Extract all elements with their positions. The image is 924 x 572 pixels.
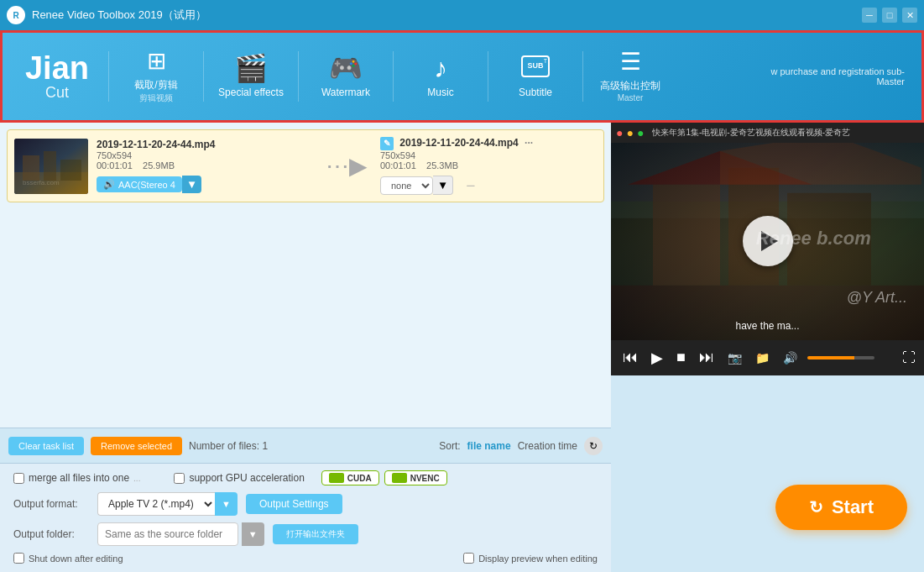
jian-label: Jian: [25, 52, 89, 84]
app-title: Renee Video Toolbox 2019（试用）: [32, 8, 862, 23]
preview-watermark: @Y Art...: [847, 289, 907, 307]
merge-checkbox[interactable]: [13, 473, 24, 484]
clear-task-button[interactable]: Clear task list: [8, 437, 84, 455]
output-folder-row: Output folder: ▼ 打开输出文件夹: [13, 522, 598, 546]
file-thumbnail[interactable]: bsserfa.com: [14, 139, 88, 194]
svg-text:SUB: SUB: [527, 61, 544, 70]
stop-button[interactable]: ■: [673, 345, 689, 370]
gpu-checkbox[interactable]: [174, 473, 185, 484]
preview-title: 快来年第1集-电视剧-爱奇艺视频在线观看视频-爱奇艺: [652, 127, 850, 139]
toolbar-item-special-effects[interactable]: 🎬 Special effects: [209, 39, 293, 114]
more-icon[interactable]: ···: [525, 137, 533, 149]
format-label: Output format:: [13, 498, 89, 510]
gpu-check-wrapper: support GPU acceleration: [174, 472, 304, 484]
preview-subtitle: have the ma...: [735, 320, 799, 332]
audio-row: 🔊 AAC(Stereo 4 ▼: [97, 176, 313, 193]
cuda-badge: CUDA: [321, 470, 379, 485]
volume-slider[interactable]: [807, 356, 874, 359]
preview-titlebar: ● ● ● 快来年第1集-电视剧-爱奇艺视频在线观看视频-爱奇艺: [611, 123, 924, 143]
toolbar-separator-6: [582, 51, 583, 102]
minimize-button[interactable]: ─: [862, 8, 877, 23]
shutdown-checkbox[interactable]: [13, 553, 24, 564]
left-panel: bsserfa.com 2019-12: [0, 123, 611, 572]
preview-text: Display preview when editing: [478, 554, 598, 564]
watermark-label: Watermark: [321, 87, 370, 98]
play-button[interactable]: ▶: [648, 345, 666, 370]
toolbar-item-cut[interactable]: Jian Cut: [11, 39, 103, 114]
merge-extra: ...: [133, 474, 140, 483]
merge-label: 截取/剪辑: [134, 78, 177, 92]
start-button[interactable]: ↻ Start: [775, 485, 907, 530]
toolbar-item-advanced[interactable]: ☰ 高级输出控制 Master: [588, 39, 672, 114]
start-label: Start: [832, 496, 874, 518]
format-select-caret[interactable]: ▼: [215, 492, 238, 516]
sort-filename-option[interactable]: file name: [467, 440, 511, 452]
source-resolution: 750x594: [97, 150, 313, 160]
file-row: bsserfa.com 2019-12: [7, 129, 604, 202]
preview-video[interactable]: @Y Art... Renee b.com have the ma...: [611, 143, 924, 340]
output-dash: ─: [467, 179, 474, 192]
output-duration-size: 00:01:01 25.3MB: [380, 160, 597, 171]
output-settings-button[interactable]: Output Settings: [246, 494, 342, 514]
preview-close-btn[interactable]: ●: [616, 126, 623, 139]
preview-min-btn[interactable]: ●: [626, 126, 633, 139]
open-folder-button[interactable]: 打开输出文件夹: [273, 524, 358, 544]
prev-button[interactable]: ⏮: [619, 345, 641, 370]
toolbar-item-watermark[interactable]: 🎮 Watermark: [304, 39, 388, 114]
merge-check-text: merge all files into one: [29, 472, 129, 484]
screenshot-button[interactable]: 📷: [724, 348, 745, 368]
toolbar-separator-4: [393, 51, 394, 102]
volume-button[interactable]: 🔊: [780, 348, 801, 368]
audio-select[interactable]: 🔊 AAC(Stereo 4: [97, 176, 182, 192]
folder-button[interactable]: 📁: [752, 348, 773, 368]
advanced-icon: ☰: [620, 50, 641, 74]
sort-refresh-button[interactable]: ↻: [584, 437, 603, 455]
audio-select-wrapper[interactable]: 🔊 AAC(Stereo 4 ▼: [97, 176, 201, 193]
output-format-row: Output format: Apple TV 2 (*.mp4) ▼ Outp…: [13, 492, 598, 516]
output-duration: 00:01:01: [380, 160, 416, 171]
merge-icon: ⊞: [147, 50, 166, 73]
source-filename: 2019-12-11-20-24-44.mp4: [97, 139, 313, 150]
subtitle-select-wrapper[interactable]: none ▼: [380, 176, 453, 195]
watermark-icon: 🎮: [329, 55, 363, 81]
remove-selected-button[interactable]: Remove selected: [91, 437, 182, 455]
merge-check-label[interactable]: merge all files into one ...: [13, 472, 140, 484]
output-file-info: ✎ 2019-12-11-20-24-44.mp4 ··· 750x594 00…: [380, 137, 597, 195]
subtitle-select[interactable]: none: [380, 176, 433, 195]
toolbar-separator-5: [488, 51, 488, 102]
content-area: bsserfa.com 2019-12: [0, 123, 924, 572]
gpu-badges: CUDA NVENC: [321, 470, 447, 485]
music-label: Music: [427, 87, 453, 98]
toolbar-item-subtitle[interactable]: SUB T Subtitle: [493, 39, 577, 114]
next-button[interactable]: ⏭: [696, 345, 718, 370]
preview-play-button[interactable]: [743, 216, 793, 266]
close-button[interactable]: ✕: [902, 8, 917, 23]
start-area: ↻ Start: [611, 375, 924, 573]
format-select[interactable]: Apple TV 2 (*.mp4): [97, 492, 215, 516]
music-icon: ♪: [434, 55, 447, 81]
toolbar-item-music[interactable]: ♪ Music: [399, 39, 483, 114]
special-effects-label: Special effects: [218, 87, 284, 98]
preview-checkbox[interactable]: [463, 553, 474, 564]
toolbar-item-merge[interactable]: ⊞ 截取/剪辑 剪辑视频: [114, 39, 198, 114]
folder-caret[interactable]: ▼: [242, 522, 264, 546]
fullscreen-button[interactable]: ⛶: [902, 350, 916, 365]
preview-max-btn[interactable]: ●: [637, 126, 644, 139]
thumbnail-bg: bsserfa.com: [14, 139, 88, 194]
edit-icon[interactable]: ✎: [380, 137, 394, 150]
middle-row: bsserfa.com 2019-12: [0, 123, 924, 572]
output-filename: ✎ 2019-12-11-20-24-44.mp4 ···: [380, 137, 597, 150]
source-size: 25.9MB: [143, 160, 175, 171]
refresh-icon: ↻: [809, 497, 823, 517]
folder-label: Output folder:: [13, 528, 89, 540]
subtitle-caret[interactable]: ▼: [433, 176, 453, 195]
output-resolution: 750x594: [380, 150, 597, 160]
preview-check-label[interactable]: Display preview when editing: [463, 553, 598, 564]
maximize-button[interactable]: □: [882, 8, 897, 23]
folder-input[interactable]: [97, 522, 238, 546]
sort-creation-option[interactable]: Creation time: [518, 440, 577, 452]
gpu-check-label[interactable]: support GPU acceleration: [174, 472, 304, 484]
file-count: Number of files: 1: [189, 440, 268, 452]
audio-select-caret[interactable]: ▼: [182, 176, 201, 193]
shutdown-check-label[interactable]: Shut down after editing: [13, 553, 123, 564]
